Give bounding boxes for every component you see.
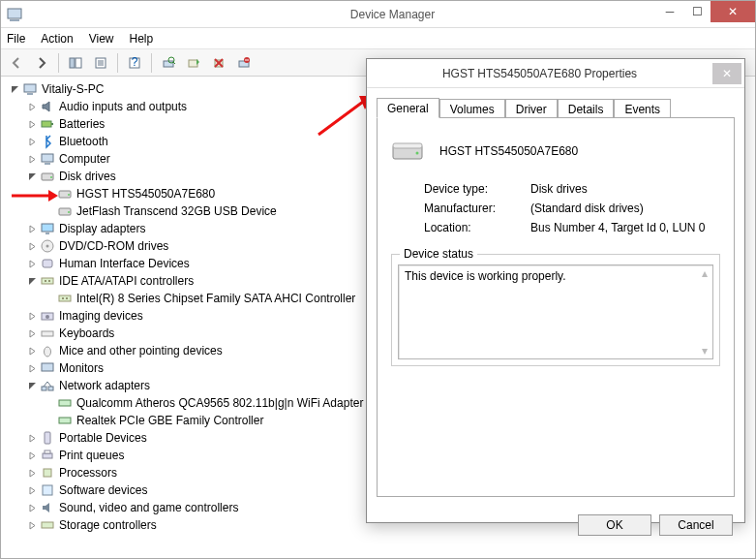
menu-file[interactable]: File bbox=[7, 32, 25, 46]
svg-rect-32 bbox=[42, 224, 53, 232]
chevron-right-icon[interactable] bbox=[26, 153, 38, 165]
sound-icon bbox=[40, 500, 55, 515]
tab-driver[interactable]: Driver bbox=[505, 99, 558, 118]
svg-point-44 bbox=[45, 315, 49, 319]
chevron-right-icon[interactable] bbox=[26, 484, 38, 496]
scan-hardware-button[interactable] bbox=[157, 51, 180, 75]
node-label: Sound, video and game controllers bbox=[59, 501, 238, 514]
chevron-down-icon[interactable] bbox=[9, 83, 20, 95]
svg-rect-59 bbox=[42, 522, 53, 528]
svg-point-42 bbox=[66, 297, 68, 299]
chevron-right-icon[interactable] bbox=[26, 223, 38, 234]
value-location: Bus Number 4, Target Id 0, LUN 0 bbox=[530, 221, 706, 234]
dialog-title: HGST HTS545050A7E680 Properties bbox=[367, 67, 712, 80]
chevron-right-icon[interactable] bbox=[26, 118, 38, 130]
scroll-up-icon[interactable]: ▴ bbox=[699, 267, 711, 279]
chevron-right-icon[interactable] bbox=[26, 327, 38, 339]
chevron-right-icon[interactable] bbox=[26, 258, 38, 269]
chevron-right-icon[interactable] bbox=[26, 467, 38, 479]
svg-rect-2 bbox=[70, 58, 75, 68]
window-controls: ─ ☐ ✕ bbox=[656, 1, 755, 22]
svg-point-66 bbox=[416, 152, 419, 155]
menu-help[interactable]: Help bbox=[130, 32, 154, 46]
dialog-close-button[interactable]: ✕ bbox=[712, 63, 741, 84]
chevron-right-icon[interactable] bbox=[26, 310, 38, 322]
ok-button[interactable]: OK bbox=[578, 514, 651, 536]
forward-button[interactable] bbox=[30, 51, 53, 75]
chevron-right-icon[interactable] bbox=[26, 450, 38, 461]
properties-dialog: HGST HTS545050A7E680 Properties ✕ Genera… bbox=[366, 58, 745, 523]
tab-general[interactable]: General bbox=[377, 98, 439, 118]
disk-icon bbox=[40, 169, 55, 184]
svg-rect-0 bbox=[8, 9, 21, 18]
chevron-down-icon[interactable] bbox=[26, 171, 38, 182]
properties-button[interactable] bbox=[89, 51, 112, 75]
keyboard-icon bbox=[40, 326, 55, 341]
tab-details[interactable]: Details bbox=[558, 99, 615, 118]
svg-point-41 bbox=[62, 297, 64, 299]
chevron-right-icon[interactable] bbox=[26, 432, 38, 444]
help-button[interactable]: ? bbox=[123, 51, 146, 75]
cpu-icon bbox=[40, 465, 55, 481]
svg-rect-37 bbox=[42, 278, 53, 284]
node-label: Vitaliy-S-PC bbox=[42, 82, 104, 96]
network-icon bbox=[40, 378, 55, 393]
show-hide-tree-button[interactable] bbox=[64, 51, 87, 75]
svg-rect-24 bbox=[42, 154, 53, 162]
svg-text:?: ? bbox=[132, 56, 138, 69]
svg-point-31 bbox=[68, 211, 70, 213]
chevron-down-icon[interactable] bbox=[26, 380, 38, 391]
back-button[interactable] bbox=[5, 51, 28, 75]
node-label: Storage controllers bbox=[59, 518, 157, 532]
nic-icon bbox=[57, 395, 73, 411]
hdd-icon bbox=[57, 203, 73, 219]
status-scrollbar[interactable]: ▴ ▾ bbox=[699, 267, 711, 357]
cancel-button[interactable]: Cancel bbox=[659, 514, 733, 536]
display-icon bbox=[40, 221, 55, 236]
minimize-button[interactable]: ─ bbox=[656, 1, 683, 22]
uninstall-button[interactable] bbox=[207, 51, 230, 75]
svg-rect-23 bbox=[51, 123, 53, 125]
chevron-down-icon[interactable] bbox=[26, 275, 38, 287]
chevron-right-icon[interactable] bbox=[26, 240, 38, 252]
software-icon bbox=[40, 482, 55, 498]
portable-icon bbox=[40, 430, 55, 446]
svg-rect-47 bbox=[42, 363, 53, 371]
tab-pane-general: HGST HTS545050A7E680 Device type: Disk d… bbox=[377, 117, 735, 497]
tab-events[interactable]: Events bbox=[614, 99, 671, 118]
svg-rect-22 bbox=[42, 121, 51, 127]
chevron-right-icon[interactable] bbox=[26, 362, 38, 374]
device-status-text: This device is working properly. ▴ ▾ bbox=[398, 264, 713, 359]
scroll-down-icon[interactable]: ▾ bbox=[699, 345, 711, 357]
window-title: Device Manager bbox=[30, 8, 755, 21]
disable-button[interactable] bbox=[232, 51, 256, 75]
menu-action[interactable]: Action bbox=[41, 32, 73, 46]
chevron-right-icon[interactable] bbox=[26, 101, 38, 112]
update-driver-button[interactable] bbox=[182, 51, 205, 75]
svg-rect-58 bbox=[43, 485, 52, 495]
chevron-right-icon[interactable] bbox=[26, 519, 38, 531]
app-icon bbox=[7, 7, 22, 22]
menubar: File Action View Help bbox=[1, 28, 755, 49]
dialog-tabs: General Volumes Driver Details Events bbox=[377, 96, 735, 117]
maximize-button[interactable]: ☐ bbox=[683, 1, 711, 22]
storage-icon bbox=[40, 517, 55, 533]
chevron-right-icon[interactable] bbox=[26, 136, 38, 147]
value-device-type: Disk drives bbox=[530, 182, 588, 196]
value-manufacturer: (Standard disk drives) bbox=[530, 202, 644, 215]
svg-rect-10 bbox=[164, 61, 173, 67]
menu-view[interactable]: View bbox=[89, 32, 114, 46]
svg-point-46 bbox=[45, 347, 51, 357]
dvd-icon bbox=[40, 238, 55, 254]
node-label: Display adapters bbox=[59, 222, 145, 235]
close-button[interactable]: ✕ bbox=[711, 1, 755, 22]
chevron-right-icon[interactable] bbox=[26, 502, 38, 513]
svg-line-50 bbox=[44, 382, 47, 387]
tab-volumes[interactable]: Volumes bbox=[439, 99, 505, 118]
imaging-icon bbox=[40, 308, 55, 324]
ide-icon bbox=[40, 273, 55, 289]
node-label: Computer bbox=[59, 152, 110, 166]
chevron-right-icon[interactable] bbox=[26, 345, 38, 357]
node-label: Print queues bbox=[59, 449, 124, 462]
svg-rect-33 bbox=[45, 233, 49, 234]
